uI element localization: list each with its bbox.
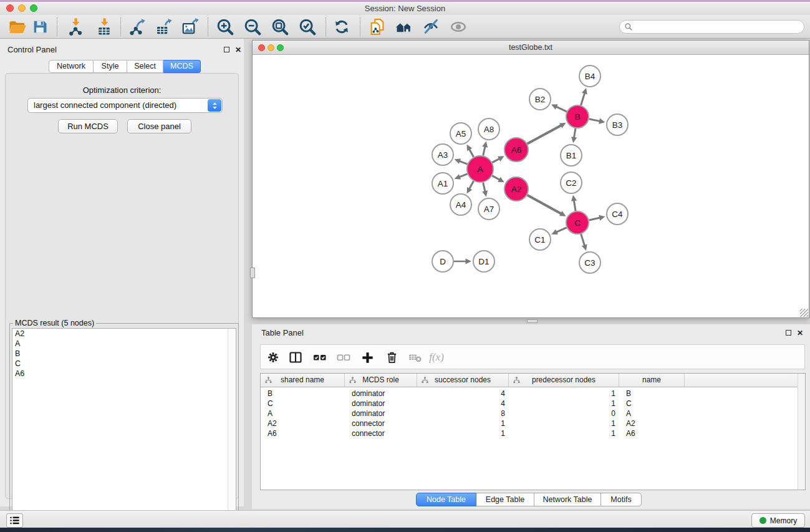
deselect-all-columns-icon[interactable] — [334, 348, 354, 367]
memory-button[interactable]: Memory — [751, 513, 805, 528]
search-input[interactable] — [633, 22, 804, 31]
table-settings-gear-icon[interactable] — [263, 348, 283, 367]
graph-edge-C-C2[interactable] — [574, 200, 576, 211]
cell-mcds_role[interactable]: dominator — [345, 409, 417, 418]
column-header-mcds-role[interactable]: MCDS role — [345, 374, 417, 387]
toggle-visibility-icon[interactable] — [447, 16, 470, 37]
import-network-icon[interactable] — [64, 16, 87, 37]
cell-shared_name[interactable]: A2 — [261, 419, 345, 428]
delete-column-icon[interactable] — [382, 348, 402, 367]
graph-edge-A6-B[interactable] — [528, 125, 562, 143]
tab-motifs[interactable]: Motifs — [601, 493, 642, 506]
save-session-icon[interactable] — [29, 16, 51, 37]
tab-mcds[interactable]: MCDS — [163, 60, 201, 73]
table-row[interactable]: A6connector11A6 — [261, 428, 805, 438]
show-hide-graphics-details-icon[interactable] — [420, 16, 442, 37]
cell-mcds_role[interactable]: connector — [345, 419, 417, 428]
split-panel-icon[interactable] — [286, 348, 306, 367]
left-edge-grip[interactable] — [250, 268, 255, 278]
first-neighbors-icon[interactable] — [393, 16, 415, 37]
tab-network[interactable]: Network — [49, 60, 94, 73]
column-header-predecessor-nodes[interactable]: predecessor nodes — [509, 374, 619, 387]
cell-predecessor_nodes[interactable]: 0 — [509, 409, 619, 418]
zoom-in-icon[interactable] — [214, 16, 236, 37]
function-builder-icon[interactable]: f(x) — [427, 348, 446, 367]
export-table-icon[interactable] — [152, 16, 175, 37]
cell-mcds_role[interactable]: connector — [345, 429, 417, 438]
cell-successor_nodes[interactable]: 8 — [417, 409, 509, 418]
table-row[interactable]: Adominator80A — [261, 409, 805, 418]
task-history-button[interactable] — [6, 513, 23, 528]
cell-predecessor_nodes[interactable]: 1 — [509, 399, 619, 408]
graph-edge-B-B4[interactable] — [581, 92, 585, 105]
cell-name[interactable]: A6 — [619, 429, 685, 438]
cell-predecessor_nodes[interactable]: 1 — [509, 419, 619, 428]
mcds-result-item[interactable]: A — [12, 339, 236, 349]
table-row[interactable]: A2connector11A2 — [261, 418, 805, 428]
delete-table-icon[interactable] — [405, 348, 425, 367]
tab-style[interactable]: Style — [94, 60, 127, 73]
table-scrollbar[interactable] — [798, 374, 805, 490]
cell-name[interactable]: B — [619, 389, 685, 398]
network-graph[interactable]: AA1A2A3A4A5A6A7A8BB1B2B3B4CC1C2C3C4DD1 — [253, 56, 809, 317]
refresh-icon[interactable] — [330, 16, 353, 37]
cell-mcds_role[interactable]: dominator — [345, 399, 417, 408]
mcds-result-item[interactable]: A2 — [12, 329, 236, 339]
column-header-name[interactable]: name — [619, 374, 685, 387]
cell-name[interactable]: A — [619, 409, 685, 418]
close-table-panel-icon[interactable]: ✕ — [797, 329, 803, 337]
run-mcds-button[interactable]: Run MCDS — [58, 119, 118, 133]
close-panel-icon[interactable]: ✕ — [235, 46, 241, 54]
optimization-select[interactable]: largest connected component (directed) — [27, 98, 223, 113]
cell-successor_nodes[interactable]: 1 — [417, 419, 509, 428]
cell-predecessor_nodes[interactable]: 1 — [509, 429, 619, 438]
column-header-successor-nodes[interactable]: successor nodes — [417, 374, 509, 387]
tab-select[interactable]: Select — [127, 60, 163, 73]
cell-shared_name[interactable]: C — [261, 399, 345, 408]
tab-edge-table[interactable]: Edge Table — [476, 493, 534, 506]
float-panel-icon[interactable] — [224, 47, 229, 52]
graph-edge-B-B1[interactable] — [574, 128, 576, 139]
tab-node-table[interactable]: Node Table — [416, 493, 476, 506]
cell-successor_nodes[interactable]: 1 — [417, 429, 509, 438]
table-row[interactable]: Cdominator41C — [261, 399, 805, 409]
graph-edge-B-B3[interactable] — [589, 119, 601, 122]
cell-successor_nodes[interactable]: 4 — [417, 399, 509, 408]
graph-edge-A2-C[interactable] — [528, 195, 562, 215]
cell-name[interactable]: C — [619, 399, 685, 408]
zoom-selected-icon[interactable] — [296, 16, 319, 37]
cell-name[interactable]: A2 — [619, 419, 685, 428]
panel-divider-grip[interactable] — [527, 319, 538, 323]
network-window-titlebar[interactable]: testGlobe.txt — [253, 41, 809, 55]
cell-shared_name[interactable]: A6 — [261, 429, 345, 438]
mcds-list-scrollbar[interactable] — [228, 329, 236, 527]
add-column-icon[interactable] — [357, 348, 377, 367]
cell-shared_name[interactable]: A — [261, 409, 345, 418]
float-table-panel-icon[interactable] — [786, 330, 791, 336]
window-resize-handle[interactable] — [800, 309, 808, 317]
select-all-columns-icon[interactable] — [310, 348, 330, 367]
mcds-result-item[interactable]: A6 — [12, 369, 236, 379]
graph-edge-C-C3[interactable] — [581, 234, 585, 246]
graph-edge-C-C1[interactable] — [556, 228, 567, 233]
import-table-icon[interactable] — [93, 16, 115, 37]
mcds-result-item[interactable]: C — [12, 359, 236, 369]
cell-shared_name[interactable]: B — [261, 389, 345, 398]
mcds-result-list[interactable]: A2ABCA6 — [12, 328, 236, 528]
cell-predecessor_nodes[interactable]: 1 — [509, 389, 619, 398]
export-image-icon[interactable] — [179, 16, 201, 37]
close-panel-button[interactable]: Close panel — [127, 119, 191, 133]
create-network-from-selection-icon[interactable] — [366, 16, 388, 37]
table-row[interactable]: Bdominator41B — [261, 389, 805, 399]
network-canvas[interactable]: AA1A2A3A4A5A6A7A8BB1B2B3B4CC1C2C3C4DD1 — [253, 56, 809, 317]
column-header-shared-name[interactable]: shared name — [261, 374, 345, 387]
mcds-result-item[interactable]: B — [12, 349, 236, 359]
tab-network-table[interactable]: Network Table — [534, 493, 601, 506]
graph-edge-C-C4[interactable] — [589, 218, 601, 220]
cell-successor_nodes[interactable]: 4 — [417, 389, 509, 398]
zoom-fit-icon[interactable] — [269, 16, 291, 37]
graph-edge-B-B2[interactable] — [555, 106, 566, 112]
open-session-icon[interactable] — [6, 16, 29, 37]
export-network-icon[interactable] — [125, 16, 148, 37]
zoom-out-icon[interactable] — [241, 16, 264, 37]
